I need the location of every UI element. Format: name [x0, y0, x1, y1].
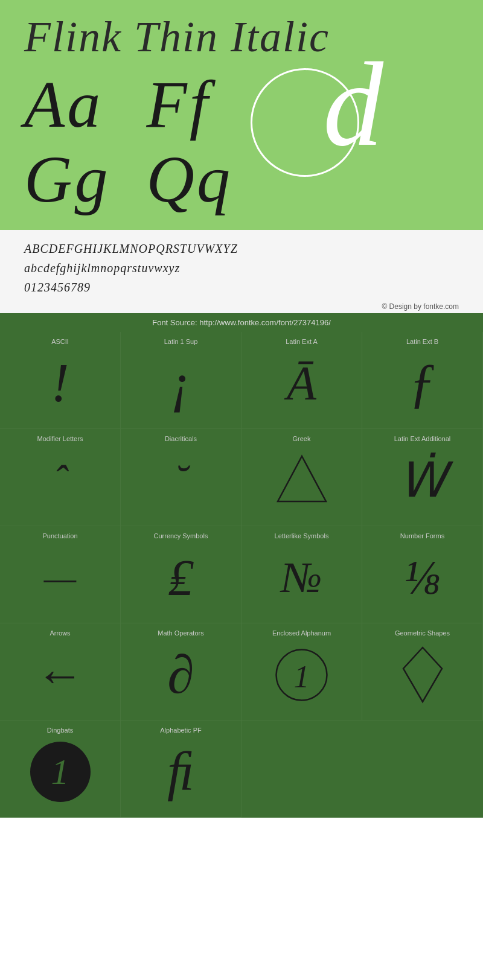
glyph-cell-mathops: Math Operators ∂: [121, 623, 242, 721]
glyph-cell-latin1sup: Latin 1 Sup ¡: [121, 332, 242, 429]
glyph-cell-alphpf: Alphabetic PF ﬁ: [121, 721, 242, 818]
glyph-label-latinextadd: Latin Ext Additional: [394, 435, 451, 442]
glyph-label-punctuation: Punctuation: [42, 532, 77, 539]
specimen-gg: Gg: [24, 141, 110, 218]
glyph-label-enclosed: Enclosed Alphanum: [272, 629, 331, 637]
glyph-symbol-dingbats: 1: [30, 739, 91, 805]
glyph-cell-dingbats: Dingbats 1: [0, 721, 121, 818]
glyph-symbol-enclosed: 1: [273, 641, 330, 708]
specimen-aa: Aa: [24, 68, 110, 141]
glyph-symbol-ascii: !: [51, 350, 69, 416]
font-title: Flink Thin Italic: [24, 12, 459, 62]
glyph-cell-letterlike: Letterlike Symbols №: [242, 526, 362, 623]
letter-d-white: d: [323, 44, 383, 165]
glyph-symbol-currency: ₤: [168, 544, 194, 611]
glyph-symbol-punctuation: —: [44, 544, 76, 611]
glyph-cell-numforms: Number Forms ⅛: [362, 526, 483, 623]
glyph-label-latinextb: Latin Ext B: [406, 338, 438, 345]
glyph-label-numforms: Number Forms: [400, 532, 444, 539]
glyph-symbol-numforms: ⅛: [405, 544, 441, 611]
glyph-symbol-mathops: ∂: [167, 641, 194, 708]
glyph-label-mathops: Math Operators: [158, 629, 203, 637]
glyph-label-greek: Greek: [293, 435, 311, 442]
glyph-symbol-greek: [275, 447, 329, 514]
glyph-symbol-latinextadd: Ẇ: [398, 447, 446, 514]
glyph-cell-latinextadd: Latin Ext Additional Ẇ: [362, 429, 483, 526]
glyph-symbol-arrows: ←: [36, 641, 85, 708]
specimen-qq: Qq: [146, 141, 232, 218]
glyph-label-modletters: Modifier Letters: [37, 435, 83, 442]
glyph-label-alphpf: Alphabetic PF: [160, 727, 201, 734]
copyright-text: © Design by fontke.com: [382, 302, 459, 311]
glyph-symbol-diacriticals: ˘: [174, 447, 188, 514]
glyph-cell-currency: Currency Symbols ₤: [121, 526, 242, 623]
glyph-label-arrows: Arrows: [50, 629, 70, 637]
svg-text:1: 1: [294, 660, 310, 694]
glyph-cell-latinextb: Latin Ext B ƒ: [362, 332, 483, 429]
glyph-cell-geoshapes: Geometric Shapes: [362, 623, 483, 721]
glyph-grid: ASCII ! Latin 1 Sup ¡ Latin Ext A Ā Lati…: [0, 332, 483, 818]
glyph-label-ascii: ASCII: [51, 338, 69, 345]
glyph-symbol-latinexta: Ā: [287, 350, 316, 416]
specimen-ff: Ff: [146, 68, 232, 141]
glyph-label-latin1sup: Latin 1 Sup: [164, 338, 198, 345]
glyph-cell-empty1: [242, 721, 362, 818]
glyph-label-latinexta: Latin Ext A: [286, 338, 318, 345]
glyph-cell-empty2: [362, 721, 483, 818]
glyph-cell-diacriticals: Diacriticals ˘: [121, 429, 242, 526]
glyph-label-geoshapes: Geometric Shapes: [395, 629, 450, 637]
svg-marker-3: [403, 648, 442, 702]
glyph-cell-enclosed: Enclosed Alphanum 1: [242, 623, 362, 721]
font-source: Font Source: http://www.fontke.com/font/…: [0, 313, 483, 332]
glyph-cell-punctuation: Punctuation —: [0, 526, 121, 623]
glyph-symbol-letterlike: №: [281, 544, 322, 611]
glyph-cell-ascii: ASCII !: [0, 332, 121, 429]
glyph-label-dingbats: Dingbats: [47, 727, 73, 734]
glyph-cell-greek: Greek: [242, 429, 362, 526]
alphabet-upper: ABCDEFGHIJKLMNOPQRSTUVWXYZ: [24, 239, 459, 258]
glyph-label-currency: Currency Symbols: [154, 532, 208, 539]
glyph-symbol-latinextb: ƒ: [409, 350, 436, 416]
glyph-cell-arrows: Arrows ←: [0, 623, 121, 721]
glyph-cell-modletters: Modifier Letters ˆ: [0, 429, 121, 526]
glyph-symbol-latin1sup: ¡: [170, 350, 191, 416]
digits: 0123456789: [24, 278, 459, 297]
alphabet-lower: abcdefghijklmnopqrstuvwxyz: [24, 258, 459, 278]
glyph-cell-latinexta: Latin Ext A Ā: [242, 332, 362, 429]
svg-marker-0: [278, 456, 326, 501]
glyph-symbol-geoshapes: [398, 641, 447, 708]
glyph-symbol-alphpf: ﬁ: [167, 739, 194, 805]
glyph-symbol-modletters: ˆ: [53, 447, 67, 514]
glyph-label-diacriticals: Diacriticals: [165, 435, 197, 442]
glyph-label-letterlike: Letterlike Symbols: [275, 532, 329, 539]
